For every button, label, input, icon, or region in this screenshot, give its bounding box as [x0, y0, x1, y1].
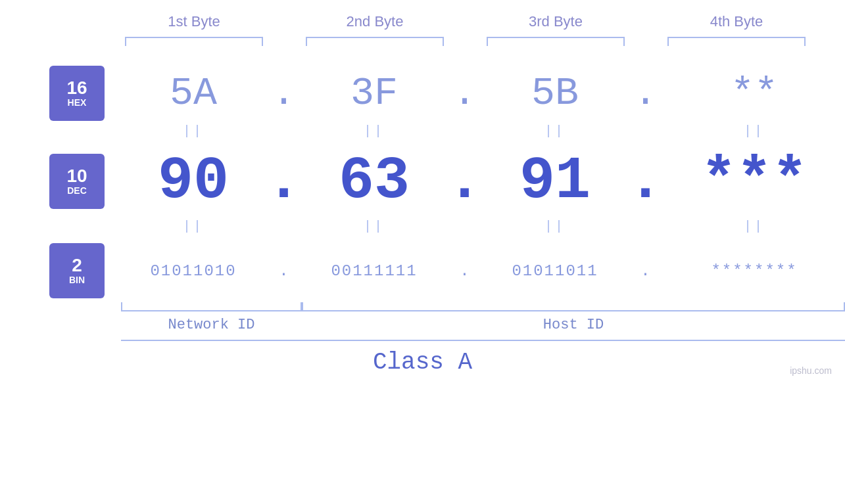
hex-badge-label: HEX	[68, 97, 87, 108]
equals-row-1: || || || ||	[0, 121, 845, 141]
dec-val-4: ***	[664, 148, 845, 215]
network-id-label: Network ID	[121, 317, 302, 333]
watermark: ipshu.com	[790, 365, 832, 376]
bin-val-3: 01011011	[483, 262, 627, 280]
hex-badge-col: 16 HEX	[0, 66, 121, 121]
class-label: Class A	[373, 349, 472, 376]
byte-header-4: 4th Byte	[664, 13, 809, 30]
eq-1-1: ||	[121, 121, 266, 141]
byte-headers-row: 1st Byte 2nd Byte 3rd Byte 4th Byte	[104, 13, 827, 30]
dec-values: 90 . 63 . 91 . ***	[121, 148, 845, 215]
id-labels: Network ID Host ID	[0, 317, 845, 333]
dec-val-2: 63	[302, 148, 447, 215]
eq-2-1: ||	[121, 215, 266, 238]
hex-val-3: 5B	[483, 71, 627, 116]
hex-val-2: 3F	[302, 71, 447, 116]
class-bracket-container	[0, 340, 845, 341]
bin-values: 01011010 . 00111111 . 01011011 .	[121, 262, 845, 280]
hex-dot-2: .	[447, 71, 483, 116]
bin-badge-col: 2 BIN	[0, 243, 121, 298]
bin-badge: 2 BIN	[49, 243, 105, 298]
hex-values: 5A . 3F . 5B . **	[121, 71, 845, 116]
dec-dot-2: .	[447, 148, 483, 215]
eq-1-4: ||	[664, 121, 845, 141]
dec-val-3: 91	[483, 148, 627, 215]
byte-header-1: 1st Byte	[122, 13, 266, 30]
byte-header-3: 3rd Byte	[483, 13, 628, 30]
dec-dot-3: .	[627, 148, 664, 215]
dec-badge: 10 DEC	[49, 154, 105, 209]
bottom-brackets-container	[0, 302, 845, 311]
eq-1-2: ||	[302, 121, 447, 141]
dec-badge-col: 10 DEC	[0, 154, 121, 209]
eq-1-3: ||	[483, 121, 627, 141]
hex-val-1: 5A	[121, 71, 266, 116]
network-id-bracket	[121, 302, 302, 311]
eq-2-3: ||	[483, 215, 627, 238]
top-bracket-3	[487, 37, 625, 46]
equals-row-2: || || || ||	[0, 215, 845, 238]
hex-badge-number: 16	[66, 79, 87, 97]
class-bracket-line	[121, 340, 845, 341]
top-bracket-2	[306, 37, 444, 46]
bin-row: 2 BIN 01011010 . 00111111 . 01011011	[0, 243, 845, 298]
byte-header-2: 2nd Byte	[302, 13, 447, 30]
hex-badge: 16 HEX	[49, 66, 105, 121]
hex-dot-1: .	[266, 71, 302, 116]
class-row: Class A ipshu.com	[0, 349, 845, 376]
host-id-bracket	[302, 302, 845, 311]
top-brackets-row	[104, 37, 827, 46]
dec-row: 10 DEC 90 . 63 . 91	[0, 148, 845, 215]
dec-badge-label: DEC	[67, 185, 87, 196]
bin-val-4: ********	[664, 262, 845, 280]
bin-dot-3: .	[627, 262, 664, 280]
dec-val-1: 90	[121, 148, 266, 215]
eq-2-4: ||	[664, 215, 845, 238]
top-bracket-4	[667, 37, 806, 46]
host-id-label: Host ID	[302, 317, 845, 333]
hex-row: 16 HEX 5A . 3F . 5B	[0, 66, 845, 121]
bin-dot-1: .	[266, 262, 302, 280]
bin-badge-label: BIN	[69, 275, 85, 285]
hex-val-4: **	[664, 71, 845, 116]
eq-2-2: ||	[302, 215, 447, 238]
data-section: 16 HEX 5A . 3F . 5B	[0, 53, 845, 298]
dec-badge-number: 10	[66, 167, 87, 185]
hex-dot-3: .	[627, 71, 664, 116]
dec-dot-1: .	[266, 148, 302, 215]
bin-badge-number: 2	[72, 256, 82, 275]
main-container: 1st Byte 2nd Byte 3rd Byte 4th Byte 16 H…	[0, 0, 845, 504]
bin-val-2: 00111111	[302, 262, 447, 280]
top-bracket-1	[125, 37, 263, 46]
bin-dot-2: .	[447, 262, 483, 280]
bin-val-1: 01011010	[121, 262, 266, 280]
